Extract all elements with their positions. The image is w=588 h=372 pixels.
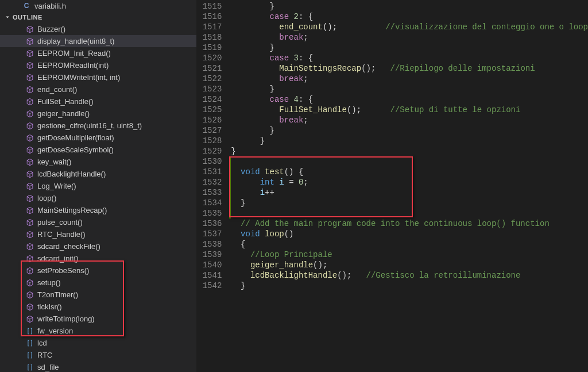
outline-item[interactable]: lcdBacklightHandle() xyxy=(0,168,196,180)
outline-label: geiger_handle() xyxy=(37,109,90,118)
outline-label: display_handle(uint8_t) xyxy=(37,37,114,45)
outline-item[interactable]: loop() xyxy=(0,192,196,204)
outline-item[interactable]: T2onTimer() xyxy=(0,289,196,301)
method-icon xyxy=(25,121,34,131)
outline-label: EEPROM_Init_Read() xyxy=(37,49,111,57)
outline-label: getDoseScaleSymbol() xyxy=(37,145,114,154)
method-icon xyxy=(25,278,34,287)
method-icon xyxy=(25,73,34,82)
outline-item[interactable]: EEPROM_Init_Read() xyxy=(0,47,196,59)
line-gutter: 1515151615171518151915201521152215231524… xyxy=(196,0,231,372)
outline-item[interactable]: getDoseScaleSymbol() xyxy=(0,144,196,156)
outline-item[interactable]: EEPROMReadInt(int) xyxy=(0,59,196,71)
outline-label: EEPROMWriteInt(int, int) xyxy=(37,73,120,82)
outline-label: tickIsr() xyxy=(37,302,62,311)
outline-label: writeTotImp(long) xyxy=(37,315,95,323)
outline-label: RTC_Handle() xyxy=(37,230,86,239)
sidebar: C variabili.h OUTLINE Buzzer()display_ha… xyxy=(0,0,196,372)
method-icon xyxy=(25,206,34,215)
outline-label: lcd xyxy=(37,339,47,347)
outline-item[interactable]: sdcard_checkFile() xyxy=(0,240,196,252)
method-icon xyxy=(25,145,34,155)
editor[interactable]: 1515151615171518151915201521152215231524… xyxy=(196,0,588,372)
file-name: variabili.h xyxy=(34,2,66,10)
method-icon xyxy=(25,290,34,300)
method-icon xyxy=(25,302,34,312)
method-icon xyxy=(25,230,34,239)
code-area[interactable]: } case 2: { end_count(); //visualizzazio… xyxy=(231,0,588,372)
method-icon xyxy=(25,315,34,324)
outline-item[interactable]: geiger_handle() xyxy=(0,108,196,120)
method-icon xyxy=(25,194,34,203)
method-icon xyxy=(25,182,34,191)
outline-item[interactable]: Log_Write() xyxy=(0,180,196,192)
outline-item[interactable]: key_wait() xyxy=(0,156,196,168)
outline-label: T2onTimer() xyxy=(37,290,78,299)
outline-label: setup() xyxy=(37,278,60,287)
method-icon xyxy=(25,61,34,70)
method-icon xyxy=(25,218,34,227)
outline-label: Log_Write() xyxy=(37,182,76,190)
outline-label: gestione_cifre(uint16_t, uint8_t) xyxy=(37,121,142,130)
field-icon xyxy=(25,363,34,372)
outline-title: OUTLINE xyxy=(13,14,42,21)
outline-label: lcdBacklightHandle() xyxy=(37,170,106,178)
outline-item[interactable]: display_handle(uint8_t) xyxy=(0,35,196,47)
outline-item[interactable]: EEPROMWriteInt(int, int) xyxy=(0,71,196,83)
c-file-icon: C xyxy=(22,1,31,10)
outline-item[interactable]: gestione_cifre(uint16_t, uint8_t) xyxy=(0,120,196,132)
outline-item[interactable]: setProbeSens() xyxy=(0,264,196,277)
outline-label: key_wait() xyxy=(37,158,71,166)
outline-item[interactable]: MainSettingsRecap() xyxy=(0,204,196,216)
outline-item[interactable]: setup() xyxy=(0,277,196,289)
field-icon xyxy=(25,339,34,348)
outline-item[interactable]: end_count() xyxy=(0,83,196,95)
method-icon xyxy=(25,85,34,94)
outline-label: RTC xyxy=(37,351,52,359)
outline-list: Buzzer()display_handle(uint8_t)EEPROM_In… xyxy=(0,23,196,372)
outline-item[interactable]: RTC xyxy=(0,349,196,361)
outline-header[interactable]: OUTLINE xyxy=(0,11,196,23)
outline-label: EEPROMReadInt(int) xyxy=(37,61,109,70)
method-icon xyxy=(25,97,34,106)
outline-label: sd_file xyxy=(37,363,59,371)
outline-label: sdcard_checkFile() xyxy=(37,242,100,251)
field-icon xyxy=(25,351,34,360)
outline-item[interactable]: lcd xyxy=(0,337,196,349)
method-icon xyxy=(25,242,34,251)
outline-label: sdcard_init() xyxy=(37,254,79,263)
outline-item[interactable]: pulse_count() xyxy=(0,216,196,228)
method-icon xyxy=(25,49,34,58)
outline-label: FullSet_Handle() xyxy=(37,97,94,106)
outline-item[interactable]: fw_version xyxy=(0,325,196,337)
outline-item[interactable]: tickIsr() xyxy=(0,301,196,313)
outline-label: loop() xyxy=(37,194,56,202)
method-icon xyxy=(25,25,34,34)
outline-label: Buzzer() xyxy=(37,25,65,33)
outline-item[interactable]: RTC_Handle() xyxy=(0,228,196,240)
outline-label: pulse_count() xyxy=(37,218,83,227)
method-icon xyxy=(25,266,34,275)
outline-label: getDoseMultiplier(float) xyxy=(37,133,114,142)
method-icon xyxy=(25,133,34,143)
outline-item[interactable]: getDoseMultiplier(float) xyxy=(0,132,196,144)
outline-label: end_count() xyxy=(37,85,77,94)
method-icon xyxy=(25,109,34,118)
outline-item[interactable]: sdcard_init() xyxy=(0,252,196,264)
outline-label: MainSettingsRecap() xyxy=(37,206,107,214)
outline-item[interactable]: Buzzer() xyxy=(0,23,196,35)
outline-item[interactable]: writeTotImp(long) xyxy=(0,313,196,325)
method-icon xyxy=(25,158,34,167)
method-icon xyxy=(25,170,34,179)
chevron-down-icon xyxy=(3,13,11,21)
outline-item[interactable]: sd_file xyxy=(0,361,196,372)
outline-label: fw_version xyxy=(37,327,73,335)
outline-label: setProbeSens() xyxy=(37,266,89,275)
field-icon xyxy=(25,327,34,336)
outline-item[interactable]: FullSet_Handle() xyxy=(0,95,196,108)
file-item[interactable]: C variabili.h xyxy=(0,0,196,11)
method-icon xyxy=(25,37,34,46)
method-icon xyxy=(25,254,34,263)
